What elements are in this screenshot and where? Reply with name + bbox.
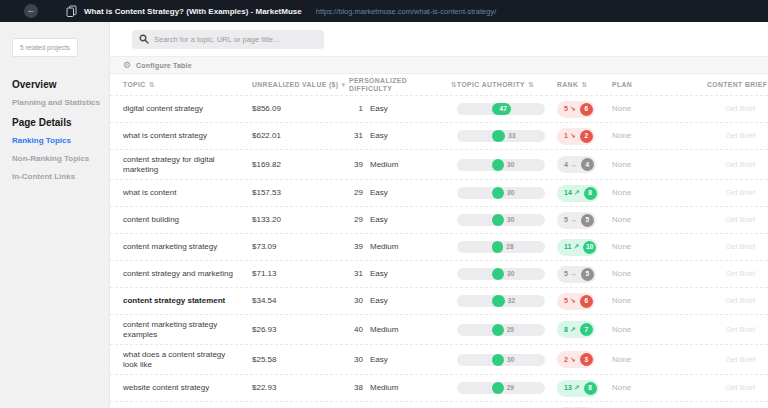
rank-badge: 13 ↗8 (557, 380, 599, 397)
difficulty-cell: 30Easy (349, 355, 457, 365)
column-header-rank[interactable]: RANK⇅ (557, 81, 612, 89)
sort-icon[interactable]: ⇅ (528, 81, 534, 89)
authority-bar-track: 47 (457, 103, 545, 115)
sidebar: 5 related projects Overview Planning and… (0, 22, 110, 408)
content-brief-cell: Get Brief (707, 104, 755, 114)
authority-value: 28 (506, 241, 513, 253)
topic-cell[interactable]: what is content (123, 188, 252, 198)
difficulty-score: 31 (349, 269, 363, 279)
difficulty-cell: 38Medium (349, 383, 457, 393)
topic-authority-cell: 47 (457, 103, 557, 115)
table-row[interactable]: content building$133.2029Easy305 →5NoneG… (110, 206, 768, 233)
content-brief-cell: Get Brief (707, 188, 755, 198)
plan-cell: None (612, 383, 707, 393)
sidebar-item-in-content-links[interactable]: In-Content Links (12, 172, 101, 181)
rank-current-circle: 8 (584, 187, 597, 200)
configure-table-row: ⚙ Configure Table (110, 56, 768, 74)
rank-previous: 13 ↗ (559, 383, 584, 393)
topic-cell[interactable]: content strategy and marketing (123, 269, 252, 279)
get-brief-button[interactable]: Get Brief (725, 325, 755, 334)
sidebar-heading-page-details: Page Details (12, 117, 101, 128)
get-brief-button[interactable]: Get Brief (725, 242, 755, 251)
authority-value: 47 (492, 103, 511, 115)
sidebar-item-planning-and-statistics[interactable]: Planning and Statistics (12, 98, 101, 107)
authority-value: 30 (507, 268, 514, 280)
unrealized-value-cell: $73.09 (252, 242, 349, 252)
column-header-topic[interactable]: TOPIC⇅ (123, 81, 252, 89)
topic-cell[interactable]: content marketing strategy examples (123, 320, 252, 340)
table-row[interactable]: what is content$157.5329Easy3014 ↗8NoneG… (110, 179, 768, 206)
table-row[interactable]: content marketing strategy$73.0939Medium… (110, 233, 768, 260)
topic-cell[interactable]: what is content strategy (123, 131, 252, 141)
table-row[interactable]: content strategy and marketing$71.1331Ea… (110, 260, 768, 287)
topic-cell[interactable]: website content strategy (123, 383, 252, 393)
rank-cell: 13 ↗8 (557, 380, 612, 397)
sidebar-item-non-ranking-topics[interactable]: Non-Ranking Topics (12, 154, 101, 163)
unrealized-value-cell: $856.09 (252, 104, 349, 114)
table-row[interactable]: digital content strategy$856.091Easy475 … (110, 95, 768, 122)
column-label: TOPIC (123, 81, 146, 88)
authority-bar-fill (492, 354, 504, 366)
rank-previous: 4 → (559, 160, 581, 170)
rank-badge: 2 ↘3 (557, 351, 595, 368)
sort-icon[interactable]: ⇅ (149, 81, 155, 89)
column-header-unrealized-value[interactable]: UNREALIZED VALUE ($)▾ (252, 81, 349, 89)
topic-authority-cell: 33 (457, 130, 557, 142)
get-brief-button[interactable]: Get Brief (725, 160, 755, 169)
rank-previous: 5 ↘ (559, 104, 580, 114)
get-brief-button[interactable]: Get Brief (725, 104, 755, 113)
sort-icon[interactable]: ▾ (341, 81, 345, 89)
get-brief-button[interactable]: Get Brief (725, 296, 755, 305)
topic-cell[interactable]: digital content strategy (123, 104, 252, 114)
rank-badge: 11 ↗10 (557, 239, 598, 256)
difficulty-score: 40 (349, 325, 363, 335)
difficulty-cell: 31Easy (349, 269, 457, 279)
rank-badge: 1 ↘2 (557, 128, 595, 145)
pages-icon (66, 5, 77, 17)
topic-cell[interactable]: content strategy statement (123, 296, 252, 306)
rank-current-circle: 3 (580, 353, 593, 366)
topic-cell[interactable]: content strategy for digital marketing (123, 155, 252, 175)
column-header-topic-authority[interactable]: TOPIC AUTHORITY⇅ (457, 81, 557, 89)
get-brief-button[interactable]: Get Brief (725, 188, 755, 197)
authority-value: 30 (507, 187, 514, 199)
page-url-link[interactable]: https://blog.marketmuse.com/what-is-cont… (316, 7, 497, 16)
search-input[interactable] (154, 35, 317, 44)
rank-badge: 8 ↗7 (557, 321, 595, 338)
get-brief-button[interactable]: Get Brief (725, 215, 755, 224)
table-row[interactable]: what is content strategy$622.0131Easy331… (110, 122, 768, 149)
get-brief-button[interactable]: Get Brief (725, 131, 755, 140)
topic-cell[interactable]: content marketing strategy (123, 242, 252, 252)
related-projects-button[interactable]: 5 related projects (12, 38, 78, 57)
table-row[interactable]: content strategy statement$34.5430Easy32… (110, 287, 768, 314)
difficulty-label: Medium (370, 325, 398, 334)
get-brief-button[interactable]: Get Brief (725, 383, 755, 392)
main-panel: ⚙ Configure Table TOPIC⇅UNREALIZED VALUE… (110, 22, 768, 408)
back-button[interactable]: ← (24, 4, 38, 18)
table-row[interactable]: content marketing strategy examples$26.9… (110, 314, 768, 344)
table-row[interactable]: sample content strategy plan$21.5944Medi… (110, 401, 768, 408)
authority-bar-fill: 47 (492, 103, 511, 115)
table-row[interactable]: content strategy for digital marketing$1… (110, 149, 768, 179)
content-brief-cell: Get Brief (707, 131, 755, 141)
search-box[interactable] (132, 30, 324, 49)
sidebar-item-ranking-topics[interactable]: Ranking Topics (12, 136, 101, 145)
configure-table-button[interactable]: Configure Table (136, 62, 192, 69)
topic-cell[interactable]: what does a content strategy look like (123, 350, 252, 370)
column-header-personalized-difficulty[interactable]: PERSONALIZED DIFFICULTY⇅ (349, 77, 457, 93)
table-row[interactable]: what does a content strategy look like$2… (110, 344, 768, 374)
authority-bar-fill (492, 324, 503, 336)
authority-value: 29 (507, 324, 514, 336)
authority-value: 29 (507, 382, 514, 394)
unrealized-value-cell: $22.93 (252, 383, 349, 393)
get-brief-button[interactable]: Get Brief (725, 355, 755, 364)
sort-icon[interactable]: ⇅ (581, 81, 587, 89)
topic-cell[interactable]: content building (123, 215, 252, 225)
difficulty-label: Easy (370, 104, 388, 113)
difficulty-score: 38 (349, 383, 363, 393)
table-row[interactable]: website content strategy$22.9338Medium29… (110, 374, 768, 401)
authority-value: 30 (507, 214, 514, 226)
authority-value: 30 (507, 354, 514, 366)
get-brief-button[interactable]: Get Brief (725, 269, 755, 278)
topic-authority-cell: 30 (457, 214, 557, 226)
